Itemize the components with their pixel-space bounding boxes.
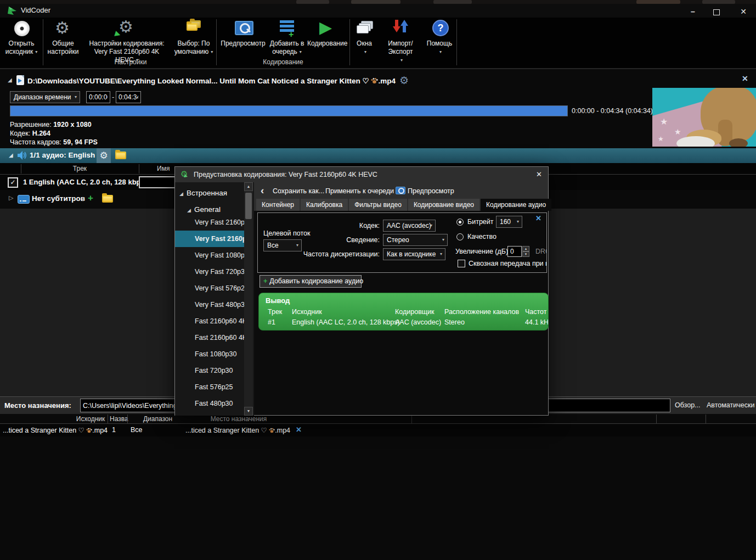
- range-end-input[interactable]: [116, 91, 141, 103]
- preset-item[interactable]: Very Fast 576p25: [175, 280, 245, 296]
- preset-item[interactable]: Fast 1080p30: [175, 346, 245, 362]
- tab-video-filters[interactable]: Фильтры видео: [349, 199, 407, 211]
- remove-encoding-icon[interactable]: ✕: [535, 214, 541, 222]
- queue-row[interactable]: ...ticed a Stranger Kitten ♡ .mp4 1 Все …: [0, 424, 756, 436]
- tab-video-encoding[interactable]: Кодирование видео: [408, 199, 479, 211]
- preset-tree-pane: ◢Встроенная ◢General Very Fast 2160p6 Ve…: [175, 182, 254, 416]
- encoding-gear-play-icon: ▶: [114, 29, 122, 38]
- maximize-button[interactable]: [713, 9, 720, 15]
- toolbar-separator: [216, 19, 217, 65]
- preset-item[interactable]: Fast 576p25: [175, 379, 245, 395]
- drc-label: DRC: [535, 248, 547, 255]
- back-icon[interactable]: ‹: [261, 184, 264, 197]
- import-export-icon: [393, 20, 409, 37]
- preset-scrollbar[interactable]: ▲ ▼: [244, 182, 253, 416]
- preset-item[interactable]: Fast 480p30: [175, 395, 245, 412]
- queue-col-destination[interactable]: Место назначения: [206, 415, 272, 423]
- queue-row-name: 1: [112, 426, 116, 434]
- chevron-down-icon: ▾: [440, 249, 442, 260]
- tree-root-item[interactable]: ◢Встроенная: [179, 189, 227, 197]
- dialog-preview-button[interactable]: Предпросмотр: [408, 187, 454, 195]
- column-track[interactable]: Трек: [21, 165, 139, 172]
- passthrough-checkbox[interactable]: [458, 260, 465, 267]
- add-audio-encoding-button[interactable]: +Добавить кодирование аудио: [259, 275, 362, 288]
- open-source-button[interactable]: Открыть исходник▾: [1, 18, 42, 68]
- samplerate-dropdown[interactable]: Как в исходнике▾: [383, 248, 445, 260]
- mixdown-label: Сведение:: [291, 236, 380, 244]
- preset-item[interactable]: Fast 2160p60 4K: [175, 329, 245, 346]
- preset-item[interactable]: Very Fast 480p30: [175, 296, 245, 313]
- expander-open-icon[interactable]: ◢: [179, 191, 183, 197]
- video-resolution: Разрешение: 1920 x 1080: [10, 121, 92, 128]
- preset-item[interactable]: Very Fast 2160p6: [175, 214, 245, 231]
- subtitles-expander-icon[interactable]: ▷: [9, 194, 13, 201]
- audio-section-header[interactable]: ◢ 1/1 аудио: English ⚙: [0, 148, 756, 163]
- preset-item[interactable]: Very Fast 1080p3: [175, 247, 245, 264]
- windows-menu-button[interactable]: Окна ▾: [352, 18, 376, 68]
- dialog-title-bar[interactable]: ⚙ ▶ Предустановка кодирования: Very Fast…: [175, 167, 548, 182]
- audio-copy-folder-icon[interactable]: [115, 152, 126, 159]
- track-checkbox[interactable]: ✓: [8, 177, 18, 188]
- range-start-input[interactable]: [86, 91, 110, 103]
- preset-item-selected[interactable]: Very Fast 2160p: [175, 231, 245, 247]
- source-settings-gear-icon[interactable]: ⚙: [399, 74, 409, 87]
- subtitle-folder-icon[interactable]: [102, 195, 113, 203]
- import-export-button[interactable]: Импорт/Экспорт ▾: [379, 18, 422, 68]
- minimize-button[interactable]: –: [685, 7, 701, 16]
- quality-radio[interactable]: [456, 233, 464, 240]
- mixdown-dropdown[interactable]: Стерео▾: [383, 234, 448, 246]
- queue-col-name[interactable]: Назва: [110, 415, 128, 423]
- title-bar: VidCoder – ✕: [0, 4, 756, 18]
- bitrate-dropdown[interactable]: 160▾: [496, 216, 522, 228]
- chevron-down-icon: ▾: [442, 234, 444, 245]
- source-expander-icon[interactable]: ◢: [8, 77, 12, 83]
- gain-spinner[interactable]: ▲ ▼: [522, 246, 529, 257]
- disc-icon: [14, 21, 30, 36]
- time-range-bar[interactable]: [10, 105, 568, 116]
- queue-col-range[interactable]: Диапазон: [140, 415, 176, 423]
- queue-row-remove-icon[interactable]: ✕: [296, 425, 302, 434]
- chevron-down-icon: ▾: [439, 49, 442, 54]
- scroll-up-button[interactable]: ▲: [244, 182, 253, 191]
- main-toolbar: Открыть исходник▾ ⚙ Общие настройки ⚙ ▶ …: [0, 18, 756, 68]
- subtitles-row[interactable]: ▷ Нет субтитров +: [0, 192, 174, 207]
- bitrate-radio[interactable]: [456, 219, 464, 226]
- range-summary: 0:00:00 - 0:04:34 (0:04:34): [572, 107, 653, 115]
- video-file-icon: [16, 75, 24, 85]
- scroll-down-button[interactable]: ▼: [244, 407, 253, 416]
- save-as-button[interactable]: Сохранить как...: [273, 187, 324, 195]
- preset-item[interactable]: Very Fast 720p30: [175, 264, 245, 280]
- codec-dropdown[interactable]: AAC (avcodec)▾: [383, 220, 436, 232]
- quality-label: Качество: [467, 233, 497, 240]
- add-subtitle-icon[interactable]: +: [88, 193, 93, 204]
- track-name-input[interactable]: [139, 176, 178, 188]
- audio-settings-gear-button[interactable]: ⚙: [97, 148, 111, 163]
- tab-sizing[interactable]: Калибровка: [301, 199, 348, 211]
- samplerate-label: Частота дискретизации:: [291, 250, 380, 258]
- queue-row-destination: ...ticed a Stranger Kitten ♡ .mp4: [185, 426, 290, 434]
- gain-input[interactable]: [507, 246, 522, 257]
- help-button[interactable]: ? Помощь ▾: [425, 18, 454, 68]
- scrollbar-thumb[interactable]: [245, 193, 252, 219]
- tab-container[interactable]: Контейнер: [256, 199, 300, 211]
- tab-audio-encoding[interactable]: Кодирование аудио: [481, 199, 551, 211]
- browse-button[interactable]: Обзор...: [675, 401, 701, 409]
- encode-play-icon: ▶: [319, 18, 332, 37]
- preset-list: Very Fast 2160p6 Very Fast 2160p Very Fa…: [175, 214, 245, 412]
- tree-group-item[interactable]: ◢General: [187, 205, 221, 214]
- video-framerate: Частота кадров: 59, 94 FPS: [10, 138, 98, 146]
- range-type-dropdown[interactable]: Диапазон времени▾: [10, 91, 80, 103]
- dialog-close-icon[interactable]: ✕: [536, 170, 542, 178]
- apply-to-queue-button[interactable]: Применить к очереди: [325, 187, 394, 195]
- preset-item[interactable]: Fast 2160p60 4K: [175, 313, 245, 329]
- expander-open-icon[interactable]: ◢: [187, 208, 191, 213]
- remove-source-icon[interactable]: ✕: [742, 74, 748, 83]
- toolbar-group-encoding-label: Кодирование: [219, 58, 347, 66]
- close-button[interactable]: ✕: [735, 7, 752, 16]
- output-row-encoder: AAC (avcodec): [395, 318, 441, 326]
- audio-expander-icon[interactable]: ◢: [9, 152, 13, 158]
- preset-item[interactable]: Fast 720p30: [175, 362, 245, 379]
- column-name[interactable]: Имя: [157, 165, 170, 172]
- dialog-toolbar-strip: ‹ Сохранить как... Применить к очереди П…: [254, 182, 548, 211]
- auto-name-button[interactable]: Автоматически: [707, 401, 754, 409]
